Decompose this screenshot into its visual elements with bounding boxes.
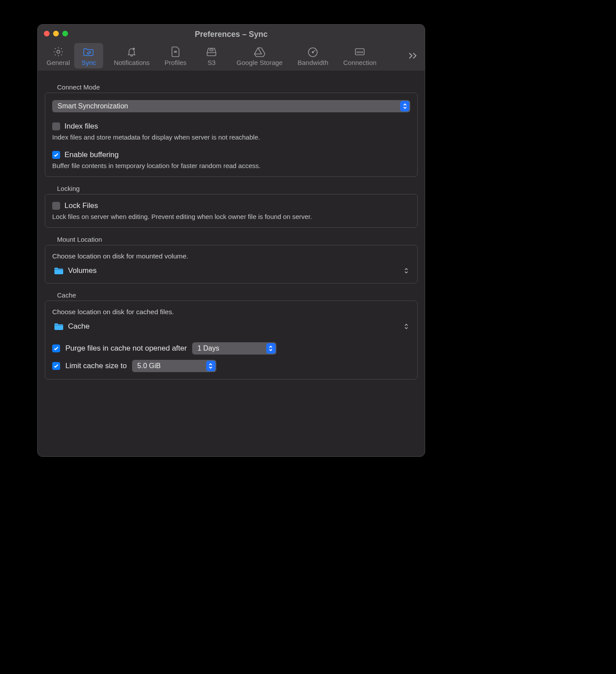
connect-mode-panel: Smart Synchronization Index files Index … bbox=[45, 93, 418, 177]
google-storage-icon bbox=[254, 46, 266, 58]
tab-general[interactable]: General bbox=[42, 43, 74, 68]
tab-label: General bbox=[47, 59, 70, 66]
section-label-mount: Mount Location bbox=[57, 236, 418, 243]
limit-cache-checkbox[interactable] bbox=[52, 362, 60, 370]
section-label-cache: Cache bbox=[57, 291, 418, 299]
select-value: 1 Days bbox=[197, 344, 219, 352]
svg-point-0 bbox=[57, 50, 60, 53]
bell-icon bbox=[125, 46, 138, 58]
folder-sync-icon bbox=[82, 46, 95, 58]
s3-drive-icon bbox=[205, 46, 218, 58]
cache-note: Choose location on disk for cached files… bbox=[52, 308, 410, 316]
tab-connection[interactable]: Connection bbox=[339, 43, 381, 68]
updown-icon bbox=[266, 343, 276, 354]
mount-panel: Choose location on disk for mounted volu… bbox=[45, 245, 418, 283]
cache-folder-name: Cache bbox=[68, 322, 90, 331]
index-files-label: Index files bbox=[64, 122, 98, 131]
enable-buffering-desc: Buffer file contents in temporary locati… bbox=[52, 162, 410, 169]
ethernet-icon bbox=[354, 46, 366, 58]
connect-mode-select[interactable]: Smart Synchronization bbox=[52, 100, 410, 112]
purge-cache-checkbox[interactable] bbox=[52, 344, 60, 352]
tab-google-storage[interactable]: Google Storage bbox=[232, 43, 287, 68]
titlebar: Preferences – Sync General bbox=[38, 25, 425, 71]
updown-icon bbox=[404, 323, 408, 330]
tab-label: Connection bbox=[343, 59, 376, 66]
updown-icon bbox=[404, 267, 408, 274]
select-value: Smart Synchronization bbox=[57, 102, 128, 110]
tab-label: Sync bbox=[82, 59, 96, 66]
toolbar: General Sync bbox=[42, 42, 420, 69]
lock-files-label: Lock Files bbox=[64, 201, 98, 210]
tab-profiles[interactable]: Profiles bbox=[160, 43, 191, 68]
lock-files-checkbox[interactable] bbox=[52, 202, 60, 210]
toolbar-overflow-icon[interactable] bbox=[405, 48, 420, 63]
tab-label: S3 bbox=[208, 59, 215, 66]
updown-icon bbox=[400, 101, 409, 111]
folder-icon bbox=[54, 323, 64, 330]
content-area: Connect Mode Smart Synchronization Index… bbox=[38, 71, 425, 456]
index-files-checkbox[interactable] bbox=[52, 122, 60, 130]
tab-notifications[interactable]: Notifications bbox=[109, 43, 154, 68]
document-icon bbox=[169, 46, 182, 58]
tab-label: Bandwidth bbox=[297, 59, 328, 66]
index-files-desc: Index files and store metadata for displ… bbox=[52, 133, 410, 141]
tab-label: Notifications bbox=[114, 59, 150, 66]
enable-buffering-checkbox[interactable] bbox=[52, 151, 60, 159]
tab-bandwidth[interactable]: Bandwidth bbox=[293, 43, 333, 68]
lock-files-desc: Lock files on server when editing. Preve… bbox=[52, 213, 410, 220]
svg-point-1 bbox=[133, 47, 135, 50]
tab-s3[interactable]: S3 bbox=[197, 43, 226, 68]
cache-folder-select[interactable]: Cache bbox=[52, 321, 410, 332]
mount-folder-name: Volumes bbox=[68, 266, 97, 275]
section-label-locking: Locking bbox=[57, 185, 418, 192]
mount-folder-select[interactable]: Volumes bbox=[52, 265, 410, 276]
limit-cache-label: Limit cache size to bbox=[65, 362, 127, 370]
cache-size-select[interactable]: 5.0 GiB bbox=[132, 360, 216, 372]
mount-note: Choose location on disk for mounted volu… bbox=[52, 252, 410, 260]
cache-panel: Choose location on disk for cached files… bbox=[45, 301, 418, 380]
locking-panel: Lock Files Lock files on server when edi… bbox=[45, 194, 418, 228]
select-value: 5.0 GiB bbox=[137, 362, 161, 370]
enable-buffering-label: Enable buffering bbox=[64, 151, 119, 159]
gear-icon bbox=[52, 46, 64, 58]
purge-duration-select[interactable]: 1 Days bbox=[192, 342, 276, 355]
folder-icon bbox=[54, 267, 64, 275]
gauge-icon bbox=[307, 46, 319, 58]
purge-cache-label: Purge files in cache not opened after bbox=[65, 344, 187, 353]
preferences-window: Preferences – Sync General bbox=[37, 24, 425, 457]
svg-point-4 bbox=[312, 51, 314, 53]
section-label-connect-mode: Connect Mode bbox=[57, 83, 418, 91]
updown-icon bbox=[206, 361, 215, 371]
svg-point-2 bbox=[210, 49, 213, 51]
tab-sync[interactable]: Sync bbox=[74, 43, 103, 68]
tab-label: Profiles bbox=[165, 59, 186, 66]
window-title: Preferences – Sync bbox=[38, 30, 425, 39]
tab-label: Google Storage bbox=[236, 59, 283, 66]
